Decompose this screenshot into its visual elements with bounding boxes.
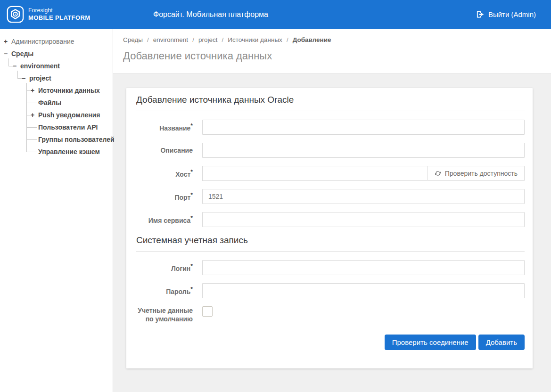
tree-item-cache-management: Управление кэшем bbox=[31, 146, 113, 158]
form-actions: Проверить соединение Добавить bbox=[136, 335, 525, 350]
port-input[interactable] bbox=[202, 189, 525, 204]
page-header: Среды / environment / project / Источник… bbox=[113, 29, 551, 74]
test-connection-button[interactable]: Проверить соединение bbox=[385, 335, 476, 350]
required-asterisk: * bbox=[190, 169, 193, 175]
check-availability-button[interactable]: Проверить доступность bbox=[428, 166, 525, 181]
app-title: Форсайт. Мобильная платформа bbox=[153, 0, 268, 29]
brand-logo-block[interactable]: Foresight MOBILE PLATFORM bbox=[0, 6, 90, 23]
host-input[interactable] bbox=[202, 166, 428, 181]
nav-tree: + Администрирование − Среды − environmen… bbox=[4, 35, 113, 158]
collapse-minus-icon[interactable]: − bbox=[13, 62, 20, 70]
tree-row-administration[interactable]: + Администрирование bbox=[4, 35, 113, 48]
brand-text: Foresight MOBILE PLATFORM bbox=[28, 7, 90, 22]
form-row-password: Пароль* bbox=[136, 283, 525, 298]
required-asterisk: * bbox=[190, 215, 193, 221]
tree-row-user-groups[interactable]: Группы пользователей bbox=[31, 133, 113, 146]
default-credentials-checkbox[interactable] bbox=[202, 306, 213, 317]
expand-plus-icon[interactable]: + bbox=[31, 87, 38, 94]
required-asterisk: * bbox=[190, 122, 193, 129]
tree-item-user-groups: Группы пользователей bbox=[31, 133, 113, 146]
description-input[interactable] bbox=[202, 143, 525, 158]
check-availability-label: Проверить доступность bbox=[445, 170, 518, 177]
tree-row-files[interactable]: Файлы bbox=[31, 97, 113, 109]
name-label: Название* bbox=[136, 122, 193, 132]
app-header: Foresight MOBILE PLATFORM Форсайт. Мобил… bbox=[0, 0, 551, 29]
tree-item-environments: − Среды − environment − pr bbox=[4, 48, 113, 158]
tree-label[interactable]: Группы пользователей bbox=[38, 136, 115, 143]
tree-label[interactable]: Среды bbox=[11, 50, 33, 57]
breadcrumb-separator: / bbox=[147, 36, 149, 43]
breadcrumb-item[interactable]: project bbox=[198, 36, 218, 43]
tree-item-environment: − environment − project bbox=[13, 60, 113, 158]
password-label: Пароль* bbox=[136, 286, 193, 296]
brand-line2: MOBILE PLATFORM bbox=[28, 14, 90, 22]
login-input[interactable] bbox=[202, 260, 525, 275]
tree-label[interactable]: Администрирование bbox=[11, 38, 74, 45]
expand-plus-icon[interactable]: + bbox=[31, 111, 38, 119]
breadcrumb-current: Добавление bbox=[293, 36, 331, 43]
required-asterisk: * bbox=[190, 286, 193, 293]
description-label: Описание bbox=[136, 146, 193, 155]
collapse-minus-icon[interactable]: − bbox=[22, 74, 29, 82]
form-row-port: Порт* bbox=[136, 189, 525, 204]
tree-label[interactable]: Файлы bbox=[38, 99, 61, 106]
breadcrumb-item[interactable]: environment bbox=[153, 36, 188, 43]
expand-plus-icon[interactable]: + bbox=[4, 38, 11, 45]
sign-out-icon bbox=[476, 10, 484, 18]
tree-row-data-sources[interactable]: + Источники данных bbox=[31, 84, 113, 97]
required-asterisk: * bbox=[190, 263, 193, 270]
tree-item-data-sources: + Источники данных bbox=[31, 84, 113, 97]
sidebar: + Администрирование − Среды − environmen… bbox=[0, 29, 113, 392]
form-card: Добавление источника данных Oracle Назва… bbox=[126, 88, 533, 368]
tree-label[interactable]: project bbox=[29, 74, 51, 82]
tree-label[interactable]: Push уведомления bbox=[38, 111, 100, 119]
tree-item-project: − project + Источники данных bbox=[22, 72, 113, 158]
form-row-host: Хост* Проверить доступность bbox=[136, 166, 525, 181]
port-label: Порт* bbox=[136, 192, 193, 202]
breadcrumb-item[interactable]: Среды bbox=[123, 36, 143, 43]
brand-line1: Foresight bbox=[28, 7, 90, 14]
password-input[interactable] bbox=[202, 283, 525, 298]
section-title-system-account: Системная учетная запись bbox=[136, 235, 525, 252]
tree-label[interactable]: Пользователи API bbox=[38, 123, 98, 131]
host-label: Хост* bbox=[136, 169, 193, 179]
breadcrumb: Среды / environment / project / Источник… bbox=[123, 36, 542, 43]
form-row-description: Описание bbox=[136, 143, 525, 158]
logout-button[interactable]: Выйти (Admin) bbox=[476, 0, 536, 29]
tree-item-push-notifications: + Push уведомления bbox=[31, 109, 113, 121]
content-area: Добавление источника данных Oracle Назва… bbox=[113, 74, 551, 392]
section-title-oracle: Добавление источника данных Oracle bbox=[136, 95, 525, 111]
tree-row-cache-management[interactable]: Управление кэшем bbox=[31, 146, 113, 158]
tree-label[interactable]: Источники данных bbox=[38, 87, 100, 94]
form-row-default-credentials: Учетные данные по умолчанию bbox=[136, 306, 525, 323]
main-area: Среды / environment / project / Источник… bbox=[113, 29, 551, 392]
refresh-icon bbox=[435, 170, 441, 177]
form-row-name: Название* bbox=[136, 120, 525, 135]
tree-item-api-users: Пользователи API bbox=[31, 121, 113, 133]
tree-item-files: Файлы bbox=[31, 97, 113, 109]
foresight-logo-icon bbox=[7, 6, 24, 23]
tree-row-push-notifications[interactable]: + Push уведомления bbox=[31, 109, 113, 121]
default-credentials-label: Учетные данные по умолчанию bbox=[136, 306, 193, 323]
breadcrumb-separator: / bbox=[222, 36, 223, 43]
login-label: Логин* bbox=[136, 263, 193, 273]
page-title: Добавление источника данных bbox=[123, 50, 542, 62]
name-input[interactable] bbox=[202, 120, 525, 135]
breadcrumb-separator: / bbox=[192, 36, 194, 43]
logout-label: Выйти (Admin) bbox=[488, 10, 536, 18]
tree-item-administration: + Администрирование bbox=[4, 35, 113, 48]
collapse-minus-icon[interactable]: − bbox=[4, 50, 11, 57]
service-name-label: Имя сервиса* bbox=[136, 215, 193, 225]
tree-row-environment[interactable]: − environment bbox=[13, 60, 113, 72]
service-name-input[interactable] bbox=[202, 212, 525, 227]
form-row-login: Логин* bbox=[136, 260, 525, 275]
required-asterisk: * bbox=[190, 192, 193, 198]
tree-row-api-users[interactable]: Пользователи API bbox=[31, 121, 113, 133]
breadcrumb-item[interactable]: Источники данных bbox=[228, 36, 282, 43]
tree-label[interactable]: environment bbox=[20, 62, 60, 70]
tree-row-project[interactable]: − project bbox=[22, 72, 113, 84]
tree-row-environments[interactable]: − Среды bbox=[4, 48, 113, 60]
tree-label[interactable]: Управление кэшем bbox=[38, 148, 100, 155]
add-button[interactable]: Добавить bbox=[478, 335, 525, 350]
form-row-service-name: Имя сервиса* bbox=[136, 212, 525, 227]
